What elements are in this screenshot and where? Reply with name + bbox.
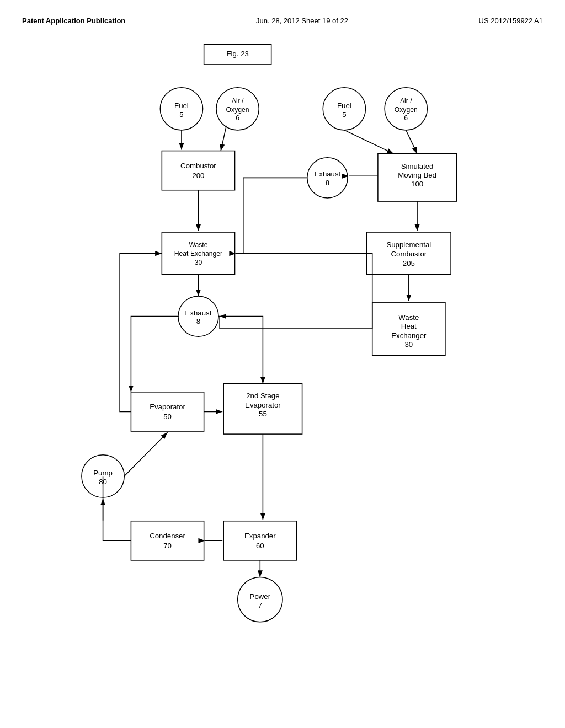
evaporator50-label: Evaporator <box>150 403 185 411</box>
exhaust8-top-label: Exhaust <box>314 170 340 178</box>
air-oxygen6-right-label2: Oxygen <box>395 106 418 114</box>
whe30-top-label2: Heat Exchanger <box>174 250 222 258</box>
evaporator55-num: 55 <box>259 410 267 418</box>
combustor200-num: 200 <box>192 172 204 180</box>
expander60-box <box>223 521 296 560</box>
condenser70-num: 70 <box>163 542 172 550</box>
air-oxygen6-left-label1: Air / <box>232 97 244 105</box>
diagram-area: Fig. 23 Fuel 5 Air / Oxygen 6 Fuel 5 Air… <box>22 33 543 695</box>
page: Patent Application Publication Jun. 28, … <box>0 0 565 728</box>
power7-num: 7 <box>258 601 262 609</box>
whe30-bot-num: 30 <box>404 340 413 349</box>
evaporator50-num: 50 <box>163 413 172 421</box>
arrow-whe30bot-whe30top-connector <box>236 254 372 329</box>
smb100-label2: Moving Bed <box>398 171 436 179</box>
whe30-bot-label2: Heat <box>401 322 417 330</box>
air-oxygen6-left-num: 6 <box>236 114 239 122</box>
condenser70-box <box>131 521 204 560</box>
air-oxygen6-right-label1: Air / <box>400 97 412 105</box>
fuel5-left-num: 5 <box>179 110 183 119</box>
arrow-air6right-smb <box>406 130 417 154</box>
sc205-label1: Supplemental <box>386 240 431 249</box>
arrow-exhaust8mid-evap55 <box>218 317 263 384</box>
combustor200-label: Combustor <box>180 162 216 170</box>
power7-label: Power <box>250 592 271 601</box>
sc205-num: 205 <box>403 259 415 267</box>
air-oxygen6-right-num: 6 <box>404 114 408 122</box>
arrow-evap50-whe30top <box>120 254 162 412</box>
whe30-bot-label1: Waste <box>398 313 419 322</box>
exhaust8-mid-label: Exhaust <box>185 309 212 317</box>
evaporator50-box <box>131 392 204 431</box>
smb100-label1: Simulated <box>401 162 434 170</box>
fuel5-left-label: Fuel <box>174 101 189 110</box>
arrow-whe30bot-exhaust8mid <box>220 317 372 329</box>
expander60-num: 60 <box>256 542 264 550</box>
condenser70-label: Condenser <box>150 532 185 540</box>
combustor200-box <box>162 151 234 190</box>
smb100-num: 100 <box>411 180 423 188</box>
header-left: Patent Application Publication <box>22 17 125 25</box>
fuel5-right-label: Fuel <box>337 101 351 110</box>
sc205-label2: Combustor <box>391 250 427 258</box>
evaporator55-label1: 2nd Stage <box>246 392 279 400</box>
arrow-exhaust8mid-evap50 <box>131 317 178 392</box>
header-right: US 2012/159922 A1 <box>479 17 543 25</box>
fuel5-right-num: 5 <box>342 110 346 119</box>
expander60-label: Expander <box>244 532 276 540</box>
arrow-exhaust8top-whe30top <box>236 178 307 253</box>
whe30-bot-label3: Exchanger <box>391 331 427 340</box>
page-header: Patent Application Publication Jun. 28, … <box>22 11 543 28</box>
arrow-pump-evap50 <box>124 432 167 476</box>
exhaust8-top-num: 8 <box>326 179 329 187</box>
pump80-label: Pump <box>93 469 113 477</box>
figure-label: Fig. 23 <box>226 50 248 58</box>
whe30-top-num: 30 <box>195 259 202 266</box>
exhaust8-mid-num: 8 <box>196 317 200 325</box>
evaporator55-label2: Evaporator <box>245 401 281 409</box>
header-center: Jun. 28, 2012 Sheet 19 of 22 <box>256 17 348 25</box>
arrow-condenser-pump-path <box>103 499 131 540</box>
whe30-top-label1: Waste <box>189 241 207 249</box>
diagram-svg: Fig. 23 Fuel 5 Air / Oxygen 6 Fuel 5 Air… <box>22 33 543 695</box>
air-oxygen6-left-label2: Oxygen <box>226 106 249 114</box>
arrow-fuel5right-smb <box>344 130 393 154</box>
arrow-air6left-combustor <box>221 126 226 151</box>
